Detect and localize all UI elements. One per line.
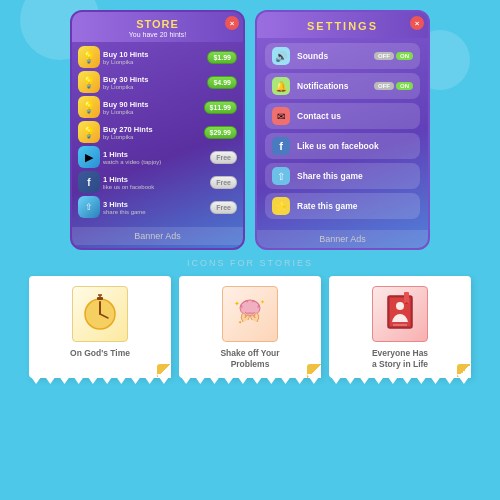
sounds-toggle-off: OFF bbox=[374, 52, 394, 60]
free-btn-5[interactable]: Free bbox=[210, 151, 237, 164]
rate-label: Rate this game bbox=[297, 201, 413, 211]
stories-section-title: ICONS FOR STORIES bbox=[14, 258, 486, 268]
settings-item-sounds: 🔊 Sounds OFF ON bbox=[265, 43, 420, 69]
notif-toggle-on: ON bbox=[396, 82, 413, 90]
story-image-3 bbox=[372, 286, 428, 342]
item-icon-7: ⇧ bbox=[78, 196, 100, 218]
item-icon-5: ▶ bbox=[78, 146, 100, 168]
store-item-5: ▶ 1 Hints watch a video (tapjoy) Free bbox=[78, 146, 237, 168]
item-info-4: Buy 270 Hints by Lionpika bbox=[103, 125, 201, 140]
store-item-4: 💡 Buy 270 Hints by Lionpika $29.99 bbox=[78, 121, 237, 143]
notification-icon: 🔔 bbox=[272, 77, 290, 95]
notifications-label: Notifications bbox=[297, 81, 367, 91]
store-item-2: 💡 Buy 30 Hints by Lionpika $4.99 bbox=[78, 71, 237, 93]
item-name-7: 3 Hints bbox=[103, 200, 207, 209]
item-icon-2: 💡 bbox=[78, 71, 100, 93]
item-info-6: 1 Hints like us on facebook bbox=[103, 175, 207, 190]
price-btn-2[interactable]: $4.99 bbox=[207, 76, 237, 89]
item-sub-5: watch a video (tapjoy) bbox=[103, 159, 207, 165]
item-icon-1: 💡 bbox=[78, 46, 100, 68]
item-info-1: Buy 10 Hints by Lionpika bbox=[103, 50, 204, 65]
story-card-3[interactable]: Everyone Hasa Story in Life bbox=[329, 276, 471, 378]
svg-rect-3 bbox=[97, 297, 103, 300]
price-btn-3[interactable]: $11.99 bbox=[204, 101, 237, 114]
store-subtitle: You have 20 hints! bbox=[76, 31, 239, 38]
svg-text:✦: ✦ bbox=[260, 299, 265, 305]
item-sub-2: by Lionpika bbox=[103, 84, 204, 90]
settings-item-share[interactable]: ⇧ Share this game bbox=[265, 163, 420, 189]
settings-banner-bar: Banner Ads bbox=[257, 230, 428, 248]
store-item-6: f 1 Hints like us on facebook Free bbox=[78, 171, 237, 193]
item-sub-6: like us on facebook bbox=[103, 184, 207, 190]
item-name-6: 1 Hints bbox=[103, 175, 207, 184]
item-icon-6: f bbox=[78, 171, 100, 193]
store-item-7: ⇧ 3 Hints share this game Free bbox=[78, 196, 237, 218]
notif-toggle-off: OFF bbox=[374, 82, 394, 90]
settings-item-facebook[interactable]: f Like us on facebook bbox=[265, 133, 420, 159]
facebook-icon: f bbox=[272, 137, 290, 155]
store-banner-bar: Banner Ads bbox=[72, 227, 243, 245]
item-info-7: 3 Hints share this game bbox=[103, 200, 207, 215]
everyone-svg bbox=[380, 292, 420, 336]
settings-panel: SETTINGS × 🔊 Sounds OFF ON 🔔 Notificatio… bbox=[255, 10, 430, 250]
item-icon-4: 💡 bbox=[78, 121, 100, 143]
share-icon: ⇧ bbox=[272, 167, 290, 185]
item-sub-3: by Lionpika bbox=[103, 109, 201, 115]
sounds-toggle[interactable]: OFF ON bbox=[374, 52, 413, 60]
store-items-list: 💡 Buy 10 Hints by Lionpika $1.99 💡 Buy 3… bbox=[72, 42, 243, 225]
store-title: STORE bbox=[76, 18, 239, 30]
story-card-1[interactable]: On God's Time bbox=[29, 276, 171, 378]
store-panel: STORE You have 20 hints! × 💡 Buy 10 Hint… bbox=[70, 10, 245, 250]
item-sub-7: share this game bbox=[103, 209, 207, 215]
sound-icon: 🔊 bbox=[272, 47, 290, 65]
item-info-2: Buy 30 Hints by Lionpika bbox=[103, 75, 204, 90]
settings-header: SETTINGS × bbox=[257, 12, 428, 38]
story-card-2[interactable]: ✦ ✦ ✦ Shake off YourProblems bbox=[179, 276, 321, 378]
svg-text:✦: ✦ bbox=[238, 319, 242, 325]
item-name-2: Buy 30 Hints bbox=[103, 75, 204, 84]
facebook-label: Like us on facebook bbox=[297, 141, 413, 151]
settings-title: SETTINGS bbox=[261, 20, 424, 32]
item-icon-3: 💡 bbox=[78, 96, 100, 118]
settings-item-contact[interactable]: ✉ Contact us bbox=[265, 103, 420, 129]
svg-text:✦: ✦ bbox=[234, 300, 240, 307]
free-btn-7[interactable]: Free bbox=[210, 201, 237, 214]
settings-item-rate[interactable]: ⭐ Rate this game bbox=[265, 193, 420, 219]
settings-items-list: 🔊 Sounds OFF ON 🔔 Notifications OFF ON ✉ bbox=[257, 38, 428, 228]
share-label: Share this game bbox=[297, 171, 413, 181]
notifications-toggle[interactable]: OFF ON bbox=[374, 82, 413, 90]
settings-close-button[interactable]: × bbox=[410, 16, 424, 30]
shake-svg: ✦ ✦ ✦ bbox=[228, 292, 272, 336]
stories-section: ICONS FOR STORIES On God's Time bbox=[0, 250, 500, 382]
item-info-5: 1 Hints watch a video (tapjoy) bbox=[103, 150, 207, 165]
top-panels: STORE You have 20 hints! × 💡 Buy 10 Hint… bbox=[0, 0, 500, 250]
svg-point-12 bbox=[396, 302, 404, 310]
store-item-3: 💡 Buy 90 Hints by Lionpika $11.99 bbox=[78, 96, 237, 118]
sounds-toggle-on: ON bbox=[396, 52, 413, 60]
item-name-5: 1 Hints bbox=[103, 150, 207, 159]
rate-icon: ⭐ bbox=[272, 197, 290, 215]
story-image-1 bbox=[72, 286, 128, 342]
item-sub-4: by Lionpika bbox=[103, 134, 201, 140]
god-time-svg bbox=[80, 294, 120, 334]
story-label-3: Everyone Hasa Story in Life bbox=[337, 348, 463, 370]
item-name-3: Buy 90 Hints bbox=[103, 100, 201, 109]
settings-item-notifications: 🔔 Notifications OFF ON bbox=[265, 73, 420, 99]
store-header: STORE You have 20 hints! × bbox=[72, 12, 243, 42]
story-cards-container: On God's Time ✦ ✦ ✦ bbox=[14, 276, 486, 378]
contact-label: Contact us bbox=[297, 111, 413, 121]
price-btn-4[interactable]: $29.99 bbox=[204, 126, 237, 139]
price-btn-1[interactable]: $1.99 bbox=[207, 51, 237, 64]
store-item-1: 💡 Buy 10 Hints by Lionpika $1.99 bbox=[78, 46, 237, 68]
contact-icon: ✉ bbox=[272, 107, 290, 125]
story-image-2: ✦ ✦ ✦ bbox=[222, 286, 278, 342]
store-close-button[interactable]: × bbox=[225, 16, 239, 30]
sounds-label: Sounds bbox=[297, 51, 367, 61]
item-name-1: Buy 10 Hints bbox=[103, 50, 204, 59]
free-btn-6[interactable]: Free bbox=[210, 176, 237, 189]
item-name-4: Buy 270 Hints bbox=[103, 125, 201, 134]
item-info-3: Buy 90 Hints by Lionpika bbox=[103, 100, 201, 115]
item-sub-1: by Lionpika bbox=[103, 59, 204, 65]
story-label-2: Shake off YourProblems bbox=[187, 348, 313, 370]
story-label-1: On God's Time bbox=[37, 348, 163, 359]
